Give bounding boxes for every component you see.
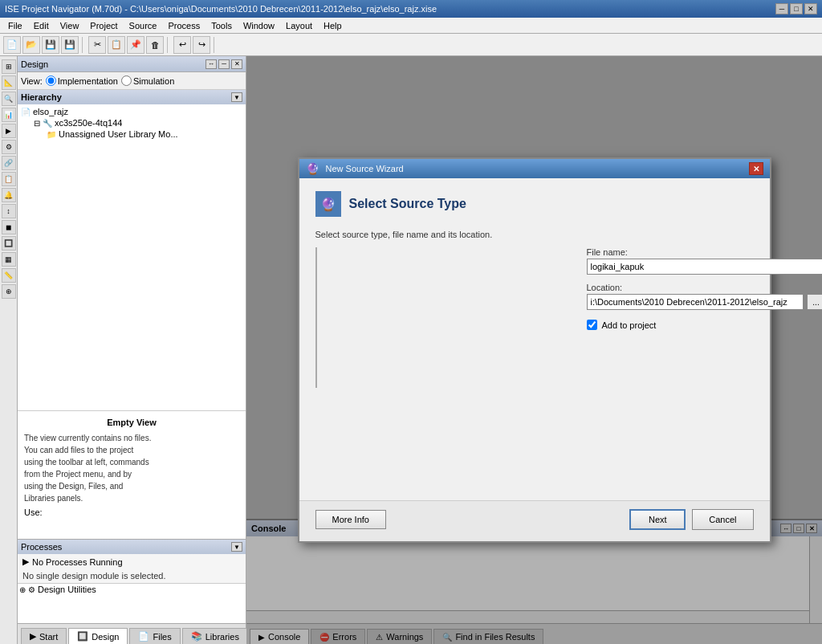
process-scroll-btn[interactable]: ▼ — [231, 542, 242, 552]
add-to-project-checkbox[interactable] — [587, 320, 597, 330]
side-icon-3[interactable]: 🔍 — [2, 92, 16, 106]
source-type-list[interactable]: IP IP (CORE Generator & Architecture Wiz… — [315, 247, 317, 388]
left-icon-strip: ⊞ 📐 🔍 📊 ▶ ⚙ 🔗 📋 🔔 ↕ ◼ 🔲 ▦ 📏 ⊕ — [0, 56, 18, 644]
process-panel: Processes ▼ ▶ No Processes Running No si… — [18, 539, 246, 623]
side-icon-5[interactable]: ▶ — [2, 124, 16, 138]
side-icon-9[interactable]: 🔔 — [2, 188, 16, 202]
source-item-verilog-module[interactable]: V Verilog Module — [316, 343, 317, 367]
side-icon-2[interactable]: 📐 — [2, 75, 16, 90]
toolbar-sep-2 — [167, 37, 170, 53]
cut-button[interactable]: ✂ — [88, 36, 106, 54]
panel-expand-btn[interactable]: ↔ — [206, 59, 217, 69]
left-panel: Design ↔ ─ ✕ View: Implementation Simula… — [18, 56, 246, 644]
delete-button[interactable]: 🗑 — [146, 36, 164, 54]
new-button[interactable]: 📄 — [3, 36, 21, 54]
tree-item-xc3s250e[interactable]: ⊟ 🔧 xc3s250e-4tq144 — [19, 117, 244, 128]
impl-radio[interactable] — [46, 75, 56, 86]
save-button[interactable]: 💾 — [42, 36, 59, 54]
side-icon-11[interactable]: ◼ — [2, 220, 16, 234]
dialog-titlebar: 🔮 New Source Wizard ✕ — [299, 159, 770, 178]
copy-button[interactable]: 📋 — [108, 36, 125, 54]
side-icon-8[interactable]: 📋 — [2, 172, 16, 186]
minimize-button[interactable]: ─ — [775, 3, 788, 14]
side-icon-12[interactable]: 🔲 — [2, 236, 16, 251]
title-bar: ISE Project Navigator (M.70d) - C:\Users… — [0, 0, 822, 18]
redo-button[interactable]: ↪ — [193, 36, 210, 54]
menu-item-window[interactable]: Window — [238, 19, 279, 32]
side-icon-10[interactable]: ↕ — [2, 204, 16, 218]
hierarchy-scroll-btn[interactable]: ▼ — [231, 92, 242, 102]
side-icon-7[interactable]: 🔗 — [2, 156, 16, 170]
dialog-close-button[interactable]: ✕ — [749, 162, 763, 175]
open-button[interactable]: 📂 — [22, 36, 40, 54]
left-tab-files[interactable]: 📄Files — [129, 628, 180, 644]
tree-item-elso-rajz[interactable]: 📄 elso_rajz — [19, 106, 244, 117]
cancel-button[interactable]: Cancel — [692, 509, 753, 530]
undo-button[interactable]: ↩ — [173, 36, 191, 54]
side-icon-1[interactable]: ⊞ — [2, 59, 16, 74]
side-icon-15[interactable]: ⊕ — [2, 284, 16, 299]
panel-minimize-btn[interactable]: ─ — [218, 59, 230, 69]
impl-label: Implementation — [58, 76, 118, 86]
hierarchy-panel: Hierarchy ▼ 📄 elso_rajz ⊟ 🔧 xc3s250e-4tq… — [18, 90, 246, 410]
content-area: Console ↔ □ ✕ ▶Console⛔Errors⚠Warnings🔍F… — [246, 56, 822, 644]
source-item-verilog-test[interactable]: V Verilog Test Fixture — [316, 367, 317, 388]
sim-radio[interactable] — [121, 75, 132, 86]
window-controls: ─ □ ✕ — [775, 3, 817, 14]
menu-item-process[interactable]: Process — [163, 19, 205, 32]
sim-radio-label[interactable]: Simulation — [121, 75, 174, 86]
next-button[interactable]: Next — [629, 509, 686, 530]
panel-close-btn[interactable]: ✕ — [231, 59, 242, 69]
side-icon-13[interactable]: ▦ — [2, 252, 16, 267]
source-item-ip[interactable]: IP IP (CORE Generator & Architecture Wiz… — [316, 248, 317, 301]
menu-item-project[interactable]: Project — [85, 19, 122, 32]
browse-button[interactable]: ... — [807, 294, 823, 310]
toolbar: 📄 📂 💾 💾 ✂ 📋 📌 🗑 ↩ ↪ — [0, 34, 822, 56]
file-name-input[interactable] — [587, 259, 823, 275]
left-tab-start[interactable]: ▶Start — [21, 628, 67, 644]
left-tab-bar: ▶Start🔲Design📄Files📚Libraries — [18, 623, 246, 644]
hierarchy-content[interactable]: 📄 elso_rajz ⊟ 🔧 xc3s250e-4tq144 📁 Unassi… — [18, 104, 246, 410]
paste-button[interactable]: 📌 — [127, 36, 144, 54]
menu-item-file[interactable]: File — [3, 19, 27, 32]
menu-item-view[interactable]: View — [55, 19, 84, 32]
left-tab-design[interactable]: 🔲Design — [68, 628, 128, 644]
empty-view-text: The view currently contains no files. Yo… — [24, 432, 239, 504]
dialog-content: 🔮 Select Source Type Select source type,… — [299, 178, 770, 500]
menu-item-source[interactable]: Source — [124, 19, 162, 32]
menu-item-edit[interactable]: Edit — [29, 19, 54, 32]
source-item-userdoc[interactable]: U User Document — [316, 319, 317, 343]
tree-label-1: elso_rajz — [33, 107, 68, 116]
side-icon-14[interactable]: 📏 — [2, 268, 16, 283]
tree-icon-1: 📄 — [21, 108, 31, 116]
menu-item-tools[interactable]: Tools — [206, 19, 237, 32]
process-tree-icon: ⊕ — [19, 585, 26, 594]
close-button[interactable]: ✕ — [804, 3, 817, 14]
more-info-button[interactable]: More Info — [315, 510, 386, 529]
impl-radio-label[interactable]: Implementation — [46, 75, 118, 86]
menu-item-layout[interactable]: Layout — [281, 19, 317, 32]
location-row: ... — [587, 294, 823, 310]
source-item-schematic[interactable]: S Schematic — [316, 301, 317, 319]
add-to-project-row: Add to project — [587, 320, 823, 330]
process-tree-item[interactable]: ⊕ ⚙ Design Utilities — [18, 584, 246, 595]
design-panel-title: Design — [21, 59, 48, 69]
process-tree[interactable]: ⊕ ⚙ Design Utilities — [18, 583, 246, 623]
side-icon-6[interactable]: ⚙ — [2, 140, 16, 154]
menu-item-help[interactable]: Help — [319, 19, 347, 32]
view-label: View: — [21, 76, 43, 86]
tree-label-3: Unassigned User Library Mo... — [59, 129, 178, 139]
process-header: Processes ▼ — [18, 540, 246, 554]
location-input[interactable] — [587, 294, 804, 310]
left-tab-libraries[interactable]: 📚Libraries — [182, 628, 248, 644]
save-all-button[interactable]: 💾 — [61, 36, 79, 54]
dialog-wizard-icon: 🔮 — [306, 162, 319, 175]
side-icon-4[interactable]: 📊 — [2, 108, 16, 122]
process-gear-icon: ⚙ — [28, 585, 35, 594]
process-status-text: No Processes Running — [32, 557, 123, 567]
add-to-project-label: Add to project — [602, 320, 657, 330]
hierarchy-title: Hierarchy — [21, 92, 62, 102]
restore-button[interactable]: □ — [790, 3, 803, 14]
tree-item-unassigned[interactable]: 📁 Unassigned User Library Mo... — [19, 128, 244, 140]
empty-view: Empty View The view currently contains n… — [18, 410, 246, 539]
